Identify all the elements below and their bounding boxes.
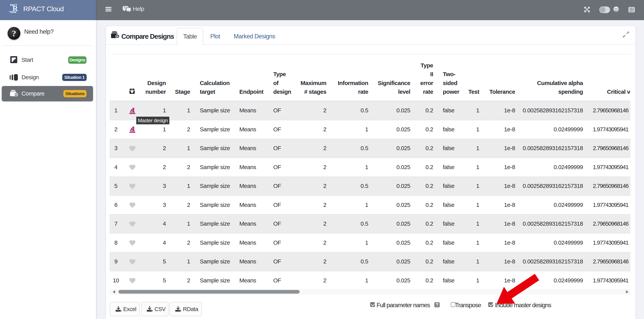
svg-text:PACT: PACT [10, 3, 17, 6]
